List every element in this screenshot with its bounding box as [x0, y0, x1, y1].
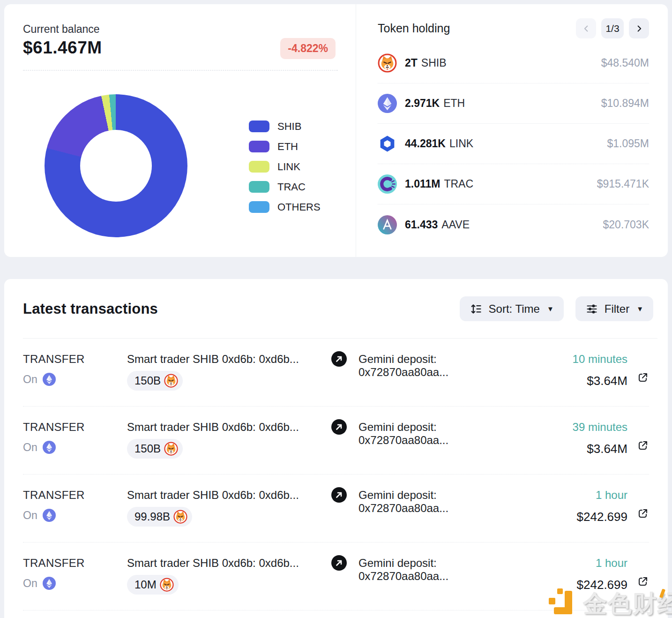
legend-swatch [249, 201, 269, 213]
shib-icon [164, 374, 178, 388]
chevron-down-icon: ▼ [636, 305, 643, 313]
tx-time-value-cell: 1 hour $242.699 [528, 557, 627, 610]
link-icon [378, 134, 397, 153]
latest-transactions-card: Latest transactions Sort: Time ▼ Filter … [4, 279, 668, 618]
tx-amount-label: 99.98B [134, 510, 170, 523]
token-amount: 61.433 [405, 219, 438, 231]
legend-swatch [249, 181, 269, 193]
tx-chain: On [23, 577, 127, 590]
token-usd-value: $20.703K [603, 219, 649, 231]
external-link-icon[interactable] [637, 439, 649, 452]
tx-type-label: TRANSFER [23, 421, 127, 434]
token-amount: 1.011M [405, 178, 440, 190]
shib-icon [160, 578, 174, 592]
tx-time: 39 minutes [528, 421, 627, 434]
divider [23, 70, 338, 71]
chart-legend: SHIB ETH LINK TRAC OTHERS [249, 121, 321, 213]
tx-from-cell: Smart trader SHIB 0xd6b: 0xd6b... 150B [127, 421, 331, 474]
legend-item-link[interactable]: LINK [249, 161, 321, 173]
legend-item-eth[interactable]: ETH [249, 141, 321, 152]
tx-amount-label: 150B [134, 374, 161, 387]
tx-chain: On [23, 373, 127, 386]
balance-change-badge: -4.822% [280, 38, 336, 59]
legend-item-shib[interactable]: SHIB [249, 121, 321, 132]
token-row-link[interactable]: 44.281K LINK $1.095M [378, 124, 649, 164]
external-link-icon[interactable] [637, 575, 649, 588]
next-page-button[interactable] [629, 18, 649, 38]
donut-chart [45, 94, 187, 237]
tx-from-address[interactable]: Smart trader SHIB 0xd6b: 0xd6b... [127, 421, 331, 434]
legend-label: SHIB [277, 121, 301, 133]
tx-on-label: On [23, 509, 37, 522]
legend-label: OTHERS [277, 201, 321, 213]
token-holding-header: Token holding 1/3 [378, 4, 649, 38]
arrow-up-right-icon [331, 487, 347, 503]
transactions-title: Latest transactions [23, 301, 448, 317]
tx-amount-badge: 150B [127, 439, 183, 459]
token-list: 2T SHIB $48.540M 2.971K ETH $10.894M 44.… [378, 43, 649, 245]
current-balance-section: Current balance $61.467M -4.822% SHIB ET… [4, 4, 356, 257]
filter-button[interactable]: Filter ▼ [575, 296, 653, 321]
token-usd-value: $10.894M [601, 97, 649, 110]
tx-amount-label: 150B [134, 442, 161, 455]
legend-swatch [249, 141, 269, 152]
legend-item-trac[interactable]: TRAC [249, 181, 321, 193]
tx-usd-value: $242.699 [528, 578, 627, 592]
token-amount: 2T [405, 57, 418, 69]
token-symbol: LINK [449, 137, 473, 150]
token-symbol: TRAC [444, 178, 473, 190]
token-row-aave[interactable]: 61.433 AAVE $20.703K [378, 204, 649, 245]
tx-time: 1 hour [528, 489, 627, 502]
tx-from-address[interactable]: Smart trader SHIB 0xd6b: 0xd6b... [127, 557, 331, 570]
tx-to-address[interactable]: Gemini deposit: 0x72870aa80aa... [358, 557, 528, 610]
filter-button-label: Filter [605, 302, 629, 316]
tx-to-address[interactable]: Gemini deposit: 0x72870aa80aa... [358, 489, 528, 542]
token-amount: 2.971K [405, 97, 440, 110]
external-link-icon[interactable] [637, 371, 649, 384]
eth-chain-icon [43, 577, 56, 590]
tx-type-cell: TRANSFER On [23, 489, 127, 542]
tx-type-label: TRANSFER [23, 557, 127, 570]
token-holding-title: Token holding [378, 22, 450, 35]
legend-swatch [249, 121, 269, 132]
transaction-row: TRANSFER On Smart trader SHIB 0xd6b: 0xd… [23, 475, 649, 543]
prev-page-button[interactable] [576, 18, 596, 38]
tx-from-address[interactable]: Smart trader SHIB 0xd6b: 0xd6b... [127, 353, 331, 366]
tx-type-cell: TRANSFER On [23, 421, 127, 474]
legend-label: LINK [277, 161, 300, 173]
shib-icon [378, 53, 397, 73]
legend-label: TRAC [277, 181, 306, 193]
legend-item-others[interactable]: OTHERS [249, 201, 321, 213]
sort-button[interactable]: Sort: Time ▼ [460, 296, 564, 321]
sort-icon [470, 302, 483, 316]
trac-icon [378, 174, 397, 194]
legend-swatch [249, 161, 269, 173]
tx-amount-badge: 150B [127, 371, 183, 391]
tx-time-value-cell: 39 minutes $3.64M [528, 421, 627, 474]
tx-time-value-cell: 1 hour $242.699 [528, 489, 627, 542]
tx-amount-badge: 99.98B [127, 507, 192, 527]
external-link-icon[interactable] [637, 507, 649, 520]
legend-label: ETH [277, 141, 298, 153]
token-row-trac[interactable]: 1.011M TRAC $915.471K [378, 164, 649, 204]
sort-button-label: Sort: Time [489, 302, 540, 316]
eth-chain-icon [43, 441, 56, 454]
token-symbol: AAVE [441, 219, 470, 231]
tx-from-cell: Smart trader SHIB 0xd6b: 0xd6b... 99.98B [127, 489, 331, 542]
arrow-up-right-icon [331, 351, 347, 367]
tx-usd-value: $242.699 [528, 510, 627, 524]
tx-to-address[interactable]: Gemini deposit: 0x72870aa80aa... [358, 421, 528, 474]
transaction-row: TRANSFER On Smart trader SHIB 0xd6b: 0xd… [23, 339, 649, 407]
tx-time: 1 hour [528, 557, 627, 570]
chevron-down-icon: ▼ [547, 305, 554, 313]
token-row-eth[interactable]: 2.971K ETH $10.894M [378, 83, 649, 124]
tx-to-address[interactable]: Gemini deposit: 0x72870aa80aa... [358, 353, 528, 406]
chevron-left-icon [581, 23, 591, 34]
tx-from-address[interactable]: Smart trader SHIB 0xd6b: 0xd6b... [127, 489, 331, 502]
tx-usd-value: $3.64M [528, 374, 627, 388]
tx-type-label: TRANSFER [23, 353, 127, 366]
transaction-row: TRANSFER On Smart trader SHIB 0xd6b: 0xd… [23, 407, 649, 475]
transactions-list: TRANSFER On Smart trader SHIB 0xd6b: 0xd… [23, 339, 649, 610]
tx-on-label: On [23, 577, 37, 590]
token-row-shib[interactable]: 2T SHIB $48.540M [378, 43, 649, 83]
